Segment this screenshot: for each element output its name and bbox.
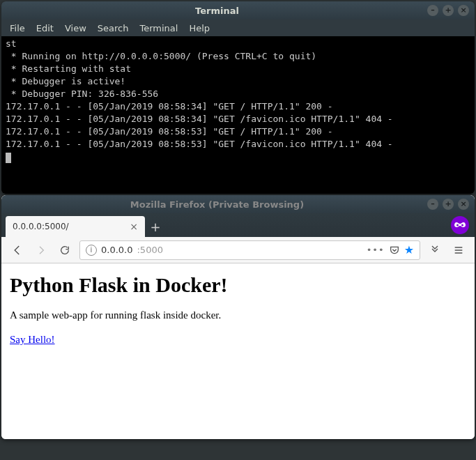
- say-hello-link[interactable]: Say Hello!: [10, 334, 55, 345]
- menu-view[interactable]: View: [65, 23, 86, 33]
- pocket-icon[interactable]: [389, 245, 400, 256]
- site-info-icon[interactable]: i: [86, 245, 97, 256]
- terminal-titlebar[interactable]: Terminal – + ×: [1, 1, 475, 20]
- menu-file[interactable]: File: [10, 23, 25, 33]
- svg-point-0: [456, 224, 459, 227]
- back-button[interactable]: [8, 241, 26, 259]
- close-icon[interactable]: ×: [458, 199, 469, 210]
- terminal-line: 172.17.0.1 - - [05/Jan/2019 08:58:53] "G…: [6, 139, 393, 149]
- menu-help[interactable]: Help: [189, 23, 210, 33]
- page-heading: Python Flask in Docker!: [10, 273, 466, 297]
- maximize-icon[interactable]: +: [443, 5, 454, 16]
- overflow-button[interactable]: [426, 241, 444, 259]
- new-tab-button[interactable]: +: [145, 216, 166, 237]
- menu-edit[interactable]: Edit: [36, 23, 54, 33]
- tab-label: 0.0.0.0:5000/: [13, 222, 69, 231]
- firefox-titlebar[interactable]: Mozilla Firefox (Private Browsing) – + ×: [1, 195, 475, 213]
- firefox-window: Mozilla Firefox (Private Browsing) – + ×…: [1, 195, 475, 439]
- reload-button[interactable]: [56, 241, 74, 259]
- close-icon[interactable]: ×: [458, 5, 469, 16]
- maximize-icon[interactable]: +: [443, 199, 454, 210]
- url-path: :5000: [137, 245, 162, 255]
- hamburger-menu-button[interactable]: [450, 241, 468, 259]
- page-paragraph: A sample web-app for running flask insid…: [10, 309, 466, 321]
- terminal-window: Terminal – + × File Edit View Search Ter…: [1, 1, 475, 194]
- terminal-line: 172.17.0.1 - - [05/Jan/2019 08:58:34] "G…: [6, 114, 393, 124]
- bookmark-star-icon[interactable]: ★: [404, 243, 414, 256]
- menu-search[interactable]: Search: [98, 23, 129, 33]
- minimize-icon[interactable]: –: [427, 199, 438, 210]
- terminal-line: * Debugger is active!: [6, 76, 125, 86]
- menu-terminal[interactable]: Terminal: [139, 23, 178, 33]
- tab-bar: 0.0.0.0:5000/ × +: [1, 213, 475, 237]
- forward-button[interactable]: [32, 241, 50, 259]
- tab-close-icon[interactable]: ×: [130, 222, 138, 231]
- terminal-line: * Restarting with stat: [6, 63, 131, 74]
- minimize-icon[interactable]: –: [427, 5, 438, 16]
- terminal-cursor: [6, 153, 11, 163]
- page-content: Python Flask in Docker! A sample web-app…: [1, 263, 475, 439]
- terminal-menubar: File Edit View Search Terminal Help: [1, 20, 475, 36]
- terminal-line: st: [6, 38, 17, 49]
- svg-point-1: [461, 224, 463, 227]
- terminal-line: 172.17.0.1 - - [05/Jan/2019 08:58:53] "G…: [6, 126, 333, 137]
- page-actions-icon[interactable]: •••: [367, 245, 385, 255]
- browser-toolbar: i 0.0.0.0:5000 ••• ★: [1, 237, 475, 263]
- browser-tab[interactable]: 0.0.0.0:5000/ ×: [6, 216, 145, 237]
- terminal-body[interactable]: st * Running on http://0.0.0.0:5000/ (Pr…: [1, 36, 475, 194]
- url-bar[interactable]: i 0.0.0.0:5000 ••• ★: [79, 240, 420, 260]
- terminal-line: * Debugger PIN: 326-836-556: [6, 89, 158, 99]
- terminal-line: * Running on http://0.0.0.0:5000/ (Press…: [6, 51, 316, 61]
- terminal-title: Terminal: [7, 6, 427, 16]
- terminal-line: 172.17.0.1 - - [05/Jan/2019 08:58:34] "G…: [6, 101, 333, 112]
- private-browsing-icon: [451, 216, 469, 234]
- firefox-title: Mozilla Firefox (Private Browsing): [7, 199, 427, 210]
- url-host: 0.0.0.0: [101, 245, 132, 255]
